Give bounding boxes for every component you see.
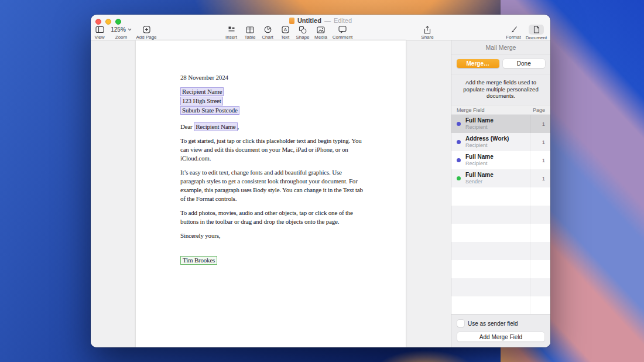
done-button[interactable]: Done: [503, 59, 546, 68]
sender-field-checkbox-row[interactable]: Use as sender field: [457, 320, 544, 327]
mail-merge-panel: Mail Merge Merge… Done Add the merge fie…: [451, 40, 550, 347]
comment-button[interactable]: Comment: [328, 25, 357, 40]
row-field-name: Full Name: [465, 153, 533, 160]
merge-row-address-work[interactable]: Address (Work) Recipient 1: [451, 133, 550, 151]
panel-title: Mail Merge: [451, 40, 550, 54]
merge-table-header: Merge Field Page: [451, 105, 550, 115]
table-icon: [246, 25, 254, 34]
column-page: Page: [533, 107, 545, 113]
document-button[interactable]: Document: [523, 25, 549, 40]
recipient-field-dot-icon: [457, 122, 461, 126]
comment-icon: [338, 25, 347, 34]
recipient-field-dot-icon: [457, 158, 461, 162]
add-merge-field-button[interactable]: Add Merge Field: [457, 332, 544, 341]
format-label: Format: [506, 35, 520, 40]
address-block: Recipient Name 123 High Street Suburb St…: [180, 87, 382, 115]
row-field-source: Recipient: [465, 160, 533, 167]
chart-label: Chart: [262, 35, 273, 40]
row-page-number: 1: [533, 157, 545, 163]
toolbar: View 125% Zoom Add Page: [91, 25, 550, 40]
share-button[interactable]: Share: [415, 25, 440, 40]
document-gutter-left: [91, 40, 136, 347]
media-label: Media: [314, 35, 327, 40]
document-page[interactable]: 28 November 2024 Recipient Name 123 High…: [136, 40, 406, 347]
recipient-field-dot-icon: [457, 140, 461, 144]
sender-field-checkbox[interactable]: [457, 320, 464, 327]
add-page-icon: [143, 25, 150, 34]
merge-field-street[interactable]: 123 High Street: [180, 97, 223, 105]
row-field-source: Recipient: [465, 124, 533, 131]
share-label: Share: [421, 35, 433, 40]
pages-window: Untitled — Edited View 125% Zoom: [91, 15, 550, 347]
merge-row-full-name-sender[interactable]: Full Name Sender 1: [451, 169, 550, 187]
salutation-prefix: Dear: [180, 123, 194, 130]
merge-button[interactable]: Merge…: [457, 59, 499, 68]
body-paragraph-3[interactable]: To add photos, movies, audio and other o…: [180, 209, 366, 226]
share-icon: [424, 25, 431, 34]
merge-fields-table: Full Name Recipient 1 Address (Work) Rec…: [451, 115, 550, 315]
document-button-selected-bg: [529, 25, 544, 35]
letter-date[interactable]: 28 November 2024: [180, 73, 382, 82]
add-page-label: Add Page: [136, 35, 156, 40]
row-field-name: Full Name: [465, 172, 533, 179]
row-field-name: Address (Work): [465, 135, 533, 142]
view-label: View: [94, 35, 104, 40]
salutation-suffix: ,: [238, 123, 239, 130]
body-paragraph-1[interactable]: To get started, just tap or click this p…: [180, 136, 366, 163]
row-page-number: 1: [533, 175, 545, 182]
pages-document-icon: [289, 18, 294, 24]
merge-field-suburb[interactable]: Suburb State Postcode: [180, 106, 239, 115]
text-label: Text: [281, 35, 290, 40]
add-page-button[interactable]: Add Page: [133, 25, 159, 40]
document-gutter-right: [406, 40, 451, 347]
row-field-name: Full Name: [465, 117, 533, 124]
merge-field-salutation-name[interactable]: Recipient Name: [194, 122, 237, 131]
sender-field-dot-icon: [457, 176, 461, 180]
document-title: Untitled: [297, 17, 321, 24]
document-label: Document: [526, 35, 547, 40]
row-field-source: Sender: [465, 179, 533, 185]
panel-description: Add the merge fields used to populate mu…: [451, 74, 550, 105]
window-title: Untitled — Edited: [91, 17, 550, 24]
row-page-number: 1: [533, 139, 545, 145]
insert-icon: [228, 25, 235, 34]
zoom-label: Zoom: [115, 35, 127, 40]
merge-field-recipient-name[interactable]: Recipient Name: [180, 87, 224, 96]
row-field-source: Recipient: [465, 142, 533, 149]
merge-field-sender-name[interactable]: Tim Brookes: [180, 256, 217, 265]
closing-line[interactable]: Sincerely yours,: [180, 231, 382, 240]
merge-row-full-name-recipient-1[interactable]: Full Name Recipient 1: [451, 115, 550, 133]
shape-icon: [299, 25, 307, 34]
content-area: 28 November 2024 Recipient Name 123 High…: [91, 40, 550, 347]
zoom-control[interactable]: 125% Zoom: [108, 25, 134, 40]
insert-label: Insert: [225, 35, 237, 40]
table-label: Table: [244, 35, 255, 40]
chevron-down-icon: [128, 28, 132, 31]
format-button[interactable]: Format: [501, 25, 526, 40]
titlebar: Untitled — Edited: [91, 15, 550, 25]
merge-row-full-name-recipient-2[interactable]: Full Name Recipient 1: [451, 151, 550, 169]
title-separator: —: [324, 17, 331, 24]
comment-label: Comment: [333, 35, 353, 40]
document-icon: [533, 25, 540, 34]
panel-footer: Use as sender field Add Merge Field: [451, 314, 550, 347]
media-icon: [317, 25, 325, 34]
row-page-number: 1: [533, 121, 545, 127]
view-sidebar-icon: [95, 25, 104, 34]
format-brush-icon: [510, 25, 518, 34]
body-paragraph-2[interactable]: It’s easy to edit text, change fonts and…: [180, 168, 366, 203]
panel-action-buttons: Merge… Done: [451, 54, 550, 74]
salutation-line[interactable]: Dear Recipient Name,: [180, 122, 382, 131]
empty-table-rows: [451, 187, 550, 315]
zoom-value: 125%: [111, 26, 126, 33]
sender-field-checkbox-label: Use as sender field: [468, 320, 518, 327]
chart-icon: [264, 25, 272, 34]
text-icon: A: [282, 25, 289, 34]
column-merge-field: Merge Field: [457, 107, 485, 113]
svg-text:A: A: [283, 27, 287, 32]
edited-status: Edited: [334, 17, 352, 24]
